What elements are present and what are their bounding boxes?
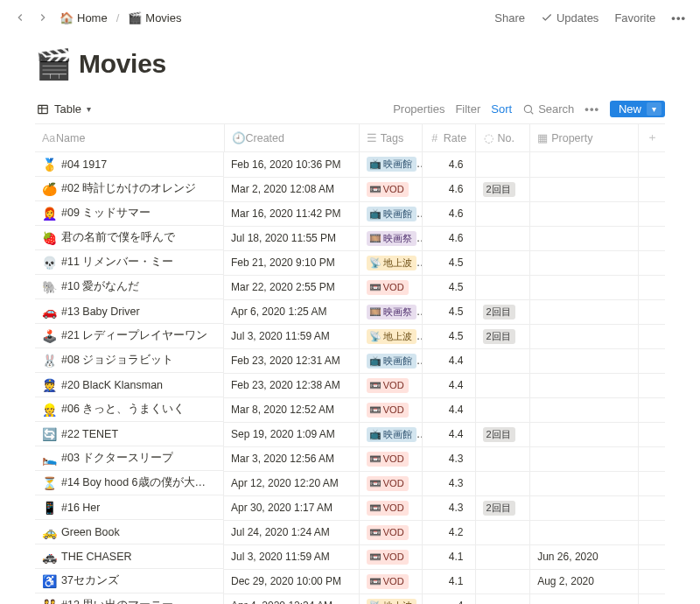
cell-no[interactable] <box>476 226 530 250</box>
cell-rate[interactable]: 4.4 <box>422 397 476 422</box>
col-property[interactable]: ▦Property <box>530 124 638 152</box>
view-more-button[interactable]: ••• <box>584 102 599 116</box>
table-row[interactable]: 🕹️#21 レディープレイヤーワンJul 3, 2020 11:59 AM📡地上… <box>35 324 665 348</box>
cell-name[interactable]: 👩‍🦰#09 ミッドサマー <box>35 201 224 226</box>
cell-no[interactable] <box>476 275 530 299</box>
cell-tags[interactable]: 📼VOD <box>359 446 422 471</box>
cell-created[interactable]: Sep 19, 2020 1:09 AM <box>224 422 359 446</box>
cell-created[interactable]: Mar 22, 2020 2:55 PM <box>224 275 359 299</box>
cell-no[interactable] <box>476 544 530 569</box>
tag-pill[interactable]: 📼VOD <box>367 501 409 516</box>
new-button[interactable]: New ▾ <box>610 101 665 117</box>
add-column-button[interactable]: ＋ <box>638 124 665 152</box>
cell-rate[interactable]: 4.5 <box>422 250 476 275</box>
cell-no[interactable] <box>476 250 530 275</box>
cell-property[interactable] <box>530 348 638 373</box>
tag-pill[interactable]: 2回目 <box>483 427 514 442</box>
cell-property[interactable] <box>530 397 638 422</box>
cell-rate[interactable]: 4.3 <box>422 446 476 471</box>
cell-property[interactable] <box>530 250 638 275</box>
tag-pill[interactable]: 📼VOD <box>367 378 409 393</box>
cell-no[interactable] <box>476 471 530 495</box>
tag-pill[interactable]: 📡地上波 <box>367 256 416 270</box>
col-tags[interactable]: ☰Tags <box>359 124 422 152</box>
search-button[interactable]: Search <box>522 102 574 116</box>
cell-property[interactable]: Jun 26, 2020 <box>530 544 638 569</box>
table-container[interactable]: AaName 🕘Created ☰Tags #Rate ◌No. ▦Proper… <box>35 124 665 604</box>
cell-tags[interactable]: 📼VOD <box>359 471 422 495</box>
cell-name[interactable]: 🕹️#21 レディープレイヤーワン <box>35 324 224 348</box>
cell-rate[interactable]: 4.3 <box>422 471 476 495</box>
cell-property[interactable] <box>530 373 638 397</box>
cell-name[interactable]: 🔄#22 TENET <box>35 422 224 446</box>
cell-created[interactable]: Feb 16, 2020 10:36 PM <box>224 152 359 178</box>
cell-tags[interactable]: 📼VOD <box>359 544 422 569</box>
table-row[interactable]: 💀#11 リメンバー・ミーFeb 21, 2020 9:10 PM📡地上波4.5 <box>35 250 665 275</box>
tag-pill[interactable]: 📼VOD <box>367 476 409 491</box>
table-row[interactable]: 🚗#13 Baby DriverApr 6, 2020 1:25 AM🎞️映画祭… <box>35 299 665 324</box>
cell-tags[interactable]: 📼VOD <box>359 177 422 201</box>
cell-tags[interactable]: 📺映画館 <box>359 422 422 446</box>
cell-property[interactable] <box>530 471 638 495</box>
cell-property[interactable] <box>530 520 638 544</box>
cell-name[interactable]: 🍊#02 時計じかけのオレンジ <box>35 177 224 201</box>
nav-forward-button[interactable] <box>33 8 52 27</box>
cell-tags[interactable]: 📼VOD <box>359 520 422 544</box>
col-created[interactable]: 🕘Created <box>224 124 359 152</box>
cell-rate[interactable]: 4.2 <box>422 520 476 544</box>
cell-tags[interactable]: 📼VOD <box>359 275 422 299</box>
nav-back-button[interactable] <box>10 8 30 27</box>
col-name[interactable]: AaName <box>35 124 224 152</box>
cell-created[interactable]: Mar 8, 2020 12:52 AM <box>224 397 359 422</box>
cell-name[interactable]: ⏳#14 Boy hood 6歳の僕が大人になるまで <box>35 471 224 495</box>
updates-button[interactable]: Updates <box>537 10 602 26</box>
cell-created[interactable]: Apr 6, 2020 1:25 AM <box>224 299 359 324</box>
cell-rate[interactable]: 4.5 <box>422 324 476 348</box>
tag-pill[interactable]: 📺映画館 <box>367 354 416 369</box>
cell-name[interactable]: 📱#16 Her <box>35 495 224 520</box>
sort-button[interactable]: Sort <box>491 102 512 116</box>
tag-pill[interactable]: 📺映画館 <box>367 427 416 442</box>
cell-name[interactable]: 👮#20 BlacK Klansman <box>35 373 224 397</box>
tag-pill[interactable]: 📼VOD <box>367 182 409 197</box>
cell-rate[interactable]: 4.6 <box>422 152 476 178</box>
tag-pill[interactable]: 📼VOD <box>367 403 409 418</box>
cell-created[interactable]: Jul 24, 2020 1:24 AM <box>224 520 359 544</box>
tag-pill[interactable]: 🎞️映画祭 <box>367 305 416 320</box>
tag-pill[interactable]: 2回目 <box>483 501 514 516</box>
cell-tags[interactable]: 📼VOD <box>359 397 422 422</box>
cell-created[interactable]: Mar 3, 2020 12:56 AM <box>224 446 359 471</box>
tag-pill[interactable]: 📼VOD <box>367 550 409 565</box>
cell-tags[interactable]: 📡地上波 <box>359 593 422 604</box>
col-rate[interactable]: #Rate <box>422 124 476 152</box>
view-tab-table[interactable]: Table ▾ <box>35 99 93 119</box>
cell-name[interactable]: 💀#11 リメンバー・ミー <box>35 250 224 275</box>
cell-property[interactable] <box>530 201 638 226</box>
tag-pill[interactable]: 📼VOD <box>367 574 409 589</box>
cell-tags[interactable]: 📺映画館 <box>359 201 422 226</box>
page-icon[interactable]: 🎬 <box>35 49 72 79</box>
tag-pill[interactable]: 🎞️映画祭 <box>367 231 416 246</box>
cell-name[interactable]: 🐰#08 ジョジョラビット <box>35 348 224 373</box>
cell-tags[interactable]: 📺映画館 <box>359 348 422 373</box>
cell-tags[interactable]: 📡地上波 <box>359 324 422 348</box>
cell-rate[interactable]: 4.6 <box>422 177 476 201</box>
cell-property[interactable] <box>530 177 638 201</box>
tag-pill[interactable]: 2回目 <box>483 329 514 344</box>
cell-tags[interactable]: 📼VOD <box>359 569 422 593</box>
cell-no[interactable]: 2回目 <box>476 324 530 348</box>
cell-property[interactable] <box>530 495 638 520</box>
page-title[interactable]: Movies <box>79 49 166 79</box>
cell-created[interactable]: Apr 30, 2020 1:17 AM <box>224 495 359 520</box>
cell-no[interactable] <box>476 569 530 593</box>
tag-pill[interactable]: 📺映画館 <box>367 207 416 221</box>
cell-rate[interactable]: 4.1 <box>422 544 476 569</box>
table-row[interactable]: 🐘#10 愛がなんだMar 22, 2020 2:55 PM📼VOD4.5 <box>35 275 665 299</box>
cell-name[interactable]: 🚓THE CHASER <box>35 544 224 569</box>
table-row[interactable]: ⏳#14 Boy hood 6歳の僕が大人になるまでApr 12, 2020 1… <box>35 471 665 495</box>
cell-no[interactable]: 2回目 <box>476 177 530 201</box>
cell-rate[interactable]: 4.1 <box>422 569 476 593</box>
table-row[interactable]: 🐰#08 ジョジョラビットFeb 23, 2020 12:31 AM📺映画館4.… <box>35 348 665 373</box>
cell-created[interactable]: Dec 29, 2020 10:00 PM <box>224 569 359 593</box>
tag-pill[interactable]: 2回目 <box>483 305 514 320</box>
